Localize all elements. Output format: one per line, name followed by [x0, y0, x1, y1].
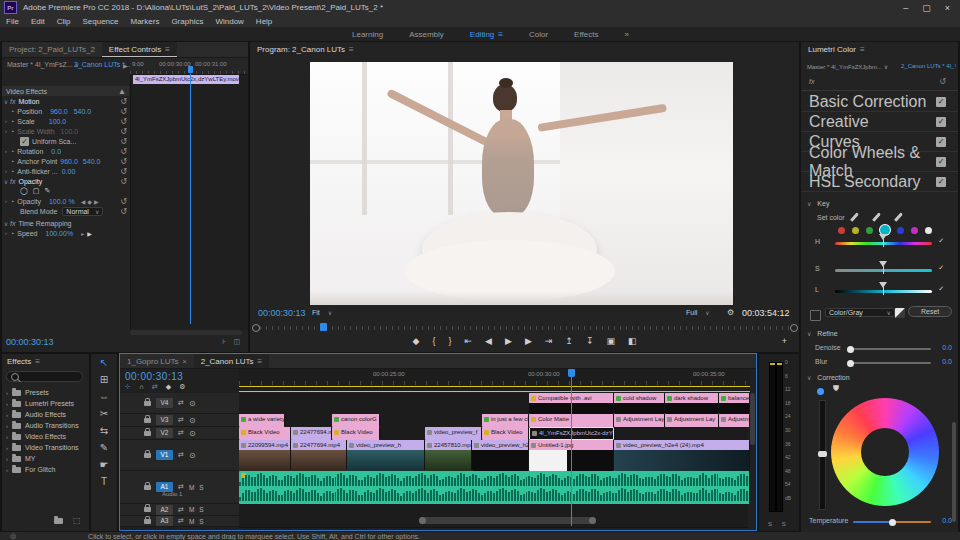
- workspace-menu-icon[interactable]: ≡: [498, 30, 503, 39]
- speed-value[interactable]: 100.00%: [45, 230, 73, 237]
- track-lock-icon[interactable]: [144, 453, 151, 458]
- play-icon[interactable]: ▶: [87, 230, 92, 237]
- ec-timecode[interactable]: 00:00:30:13: [6, 337, 54, 347]
- twirl-icon[interactable]: ∨: [2, 98, 10, 105]
- program-scrubber[interactable]: [260, 326, 790, 330]
- track-lock-icon[interactable]: [144, 401, 151, 406]
- lumetri-section-creative[interactable]: Creative✓: [801, 112, 958, 132]
- ec-motion-row[interactable]: ∨ fx Motion ↺: [2, 96, 130, 106]
- reset-icon[interactable]: ↺: [120, 137, 127, 146]
- solo-button[interactable]: S: [199, 518, 203, 525]
- ec-scale-row[interactable]: ›◔ Scale 100.0 ↺: [2, 116, 130, 126]
- tab-sequence-canon[interactable]: 2_Canon LUTs ≡: [194, 354, 270, 368]
- refine-group-header[interactable]: ∨ Refine: [807, 330, 838, 337]
- track-header-a3[interactable]: A3⇄MS: [120, 516, 239, 527]
- lift-button[interactable]: ↥: [565, 336, 573, 346]
- ec-keyframe-toggle-icon[interactable]: ⊦: [222, 338, 226, 346]
- track-visibility-eye-icon[interactable]: ⊙: [189, 429, 196, 438]
- key-swatch-6[interactable]: [925, 227, 932, 234]
- tab-sequence-gopro[interactable]: 1_Gopro LUTs ×: [120, 354, 194, 368]
- colorgray-dropdown[interactable]: Color/Gray ∨: [825, 308, 895, 317]
- s-check-icon[interactable]: ✓: [938, 264, 944, 272]
- denoise-value[interactable]: 0.0: [942, 344, 952, 351]
- timeline-clip[interactable]: in just a few click: [482, 414, 529, 427]
- sync-lock-icon[interactable]: ⇄: [178, 506, 184, 514]
- timeline-clip[interactable]: video_preview_f: [425, 427, 482, 440]
- lumetri-section-basic-correction[interactable]: Basic Correction✓: [801, 92, 958, 112]
- ec-master-clip[interactable]: Master * 4l_YmFsZ... ∨: [7, 61, 79, 68]
- track-visibility-eye-icon[interactable]: ⊙: [189, 416, 196, 425]
- eyedropper-set-icon[interactable]: [850, 212, 859, 221]
- reset-icon[interactable]: ↺: [120, 107, 127, 116]
- hue-color-wheel[interactable]: [831, 398, 939, 506]
- effects-search-input[interactable]: [6, 371, 83, 382]
- effects-folder-audio-effects[interactable]: ›Audio Effects: [2, 409, 89, 420]
- mark-in-button[interactable]: {: [432, 336, 435, 346]
- program-timecode[interactable]: 00:00:30:13: [258, 308, 306, 318]
- track-target-badge[interactable]: V3: [156, 415, 173, 425]
- track-header-v2[interactable]: V2⇄⊙: [120, 427, 239, 440]
- stopwatch-icon-active[interactable]: ◔: [10, 230, 14, 237]
- effects-folder-my[interactable]: ›MY: [2, 453, 89, 464]
- tab-project[interactable]: Project: 2_Paid_LUTs_2: [2, 42, 102, 57]
- correction-group-header[interactable]: ∨ Correction: [807, 374, 850, 381]
- collapse-icon[interactable]: ▲: [118, 87, 126, 96]
- ec-anchor-row[interactable]: ◔ Anchor Point 960.0 540.0 ↺: [2, 156, 130, 166]
- track-visibility-eye-icon[interactable]: ⊙: [189, 399, 196, 408]
- comparison-view-button[interactable]: ◧: [628, 336, 637, 346]
- opacity-value[interactable]: 100.0 %: [49, 198, 75, 205]
- solo-button[interactable]: S: [199, 506, 203, 513]
- timeline-clip[interactable]: balance color: [719, 393, 750, 414]
- paint-bucket-icon[interactable]: ⛊: [833, 384, 839, 394]
- ec-video-effects-header[interactable]: Video Effects ▲: [2, 86, 129, 96]
- timeline-clip[interactable]: 22477694.mp4: [291, 427, 332, 440]
- chevron-right-icon[interactable]: ›: [6, 467, 8, 473]
- key-swatch-5[interactable]: [911, 227, 918, 234]
- panel-menu-icon[interactable]: ≡: [165, 45, 170, 54]
- timeline-settings-wrench-icon[interactable]: ⚙: [179, 383, 185, 391]
- ripple-edit-tool[interactable]: ⇔: [91, 388, 117, 405]
- tab-effects[interactable]: Effects ≡: [2, 354, 45, 369]
- reset-icon[interactable]: ↺: [120, 177, 127, 186]
- timeline-clip[interactable]: canon colorG: [332, 414, 380, 427]
- ellipse-mask-icon[interactable]: ◯: [20, 187, 28, 195]
- scale-value[interactable]: 100.0: [49, 118, 67, 125]
- timeline-clip[interactable]: a wide variety o: [239, 414, 285, 427]
- close-button[interactable]: ×: [945, 3, 950, 13]
- reset-icon[interactable]: ↺: [120, 207, 127, 216]
- panel-menu-icon[interactable]: ≡: [349, 45, 354, 54]
- scrubber-right-knob[interactable]: [790, 324, 798, 332]
- type-tool[interactable]: T: [91, 473, 117, 490]
- ec-antiflicker-row[interactable]: ›◔ Anti-flicker ... 0.00 ↺: [2, 166, 130, 176]
- key-swatch-2[interactable]: [866, 227, 873, 234]
- meter-solo-buttons[interactable]: S S: [768, 521, 790, 527]
- sync-lock-icon[interactable]: ⇄: [178, 416, 184, 424]
- scrubber-left-knob[interactable]: [252, 324, 260, 332]
- track-name-label[interactable]: Audio 1: [162, 491, 182, 497]
- mute-button[interactable]: M: [189, 506, 194, 513]
- chevron-right-icon[interactable]: ›: [6, 390, 8, 396]
- antiflicker-value[interactable]: 0.00: [62, 168, 76, 175]
- ec-opacity-value-row[interactable]: › ◔ Opacity 100.0 % ◀ ◆ ▶ ↺: [2, 196, 130, 206]
- timeline-clip[interactable]: 22477694.mp4: [291, 440, 347, 471]
- timeline-playhead-line[interactable]: [571, 376, 572, 526]
- chevron-right-icon[interactable]: ›: [6, 445, 8, 451]
- timeline-clip[interactable]: video_preview_h: [347, 440, 425, 471]
- reset-icon[interactable]: ↺: [120, 167, 127, 176]
- panel-menu-icon[interactable]: ≡: [35, 357, 40, 366]
- effects-folder-video-transitions[interactable]: ›Video Transitions: [2, 442, 89, 453]
- ec-playhead-handle[interactable]: [188, 66, 193, 73]
- track-target-badge[interactable]: A2: [156, 505, 173, 515]
- sync-lock-icon[interactable]: ⇄: [178, 429, 184, 437]
- maximize-button[interactable]: ▢: [922, 3, 931, 13]
- track-header-v4[interactable]: V4⇄⊙: [120, 393, 239, 414]
- workspace-tab-editing[interactable]: Editing≡: [470, 30, 503, 39]
- h-slider[interactable]: [835, 242, 932, 245]
- sync-lock-icon[interactable]: ⇄: [178, 517, 184, 525]
- stopwatch-icon[interactable]: ◔: [10, 108, 14, 115]
- menu-item-edit[interactable]: Edit: [31, 17, 45, 26]
- resolution-dropdown[interactable]: Full∨: [686, 309, 710, 316]
- work-area-bar[interactable]: [239, 386, 750, 392]
- add-button[interactable]: +: [782, 336, 787, 346]
- play-button[interactable]: ▶: [505, 336, 512, 346]
